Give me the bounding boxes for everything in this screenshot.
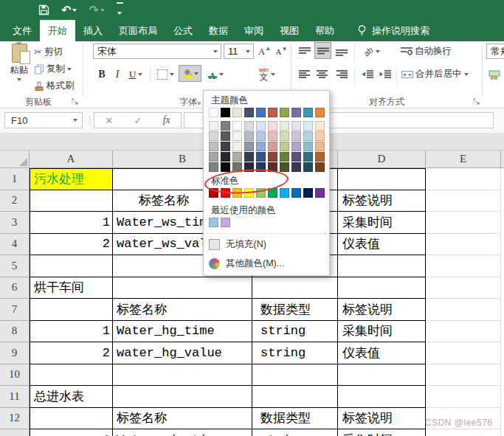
theme-variant-swatch-9-1[interactable] xyxy=(315,131,325,141)
theme-variant-swatch-3-2[interactable] xyxy=(244,142,254,151)
theme-variant-swatch-0-4[interactable] xyxy=(209,162,218,172)
cell-C7[interactable]: 数据类型 xyxy=(252,299,338,321)
clipboard-dialog-launcher[interactable] xyxy=(72,98,79,105)
copy-dropdown-caret[interactable] xyxy=(67,68,72,71)
theme-variant-swatch-8-0[interactable] xyxy=(303,121,313,131)
cell-C8[interactable]: string xyxy=(252,321,338,343)
merge-center-caret[interactable] xyxy=(464,73,469,76)
align-middle-button[interactable] xyxy=(314,42,331,59)
theme-variant-swatch-8-4[interactable] xyxy=(303,162,313,172)
cell-D5[interactable] xyxy=(338,255,426,277)
theme-color-swatch-8[interactable] xyxy=(303,108,313,117)
standard-color-swatch-7[interactable] xyxy=(291,188,301,198)
orientation-button[interactable]: ab xyxy=(359,43,384,60)
save-button[interactable] xyxy=(38,4,49,15)
font-color-button[interactable]: A xyxy=(204,66,226,83)
theme-variant-swatch-8-2[interactable] xyxy=(303,142,313,151)
row-header-2[interactable]: 2 xyxy=(0,190,30,212)
tab-页面布局[interactable]: 页面布局 xyxy=(111,20,165,41)
align-right-button[interactable] xyxy=(334,66,350,83)
standard-color-swatch-9[interactable] xyxy=(315,188,325,198)
format-painter-button[interactable]: 格式刷 xyxy=(34,80,75,92)
name-box-caret[interactable] xyxy=(73,119,77,122)
theme-color-swatch-0[interactable] xyxy=(209,108,218,117)
theme-color-swatch-2[interactable] xyxy=(232,108,242,117)
align-bottom-button[interactable] xyxy=(334,43,350,60)
borders-button[interactable] xyxy=(154,66,176,83)
cell-B11[interactable] xyxy=(113,386,252,408)
cell-E3[interactable] xyxy=(426,212,501,234)
accounting-format-button[interactable] xyxy=(487,66,503,83)
theme-variant-swatch-5-0[interactable] xyxy=(268,121,277,131)
cell-C10[interactable] xyxy=(252,364,338,387)
theme-variant-swatch-3-1[interactable] xyxy=(244,131,254,141)
bold-button[interactable]: B xyxy=(94,66,109,83)
row-header-1[interactable]: 1 xyxy=(0,168,30,190)
row-header-13[interactable]: 13 xyxy=(0,429,30,436)
theme-color-swatch-7[interactable] xyxy=(291,108,301,117)
cell-B12[interactable]: 标签名称 xyxy=(113,408,252,430)
align-center-button[interactable] xyxy=(314,66,331,83)
fill-color-button[interactable] xyxy=(179,65,201,82)
theme-variant-swatch-2-2[interactable] xyxy=(232,142,242,151)
insert-function-button[interactable]: fx xyxy=(163,114,170,126)
cell-D12[interactable]: 标签说明 xyxy=(338,408,426,430)
underline-button[interactable]: U xyxy=(125,66,146,83)
cell-C12[interactable]: 数据类型 xyxy=(252,408,338,430)
theme-color-swatch-1[interactable] xyxy=(221,108,230,117)
cell-C11[interactable] xyxy=(252,386,338,408)
cell-E9[interactable] xyxy=(426,342,501,364)
cell-A7[interactable] xyxy=(30,299,113,321)
theme-variant-swatch-1-2[interactable] xyxy=(221,142,230,151)
cell-D1[interactable] xyxy=(338,168,426,190)
theme-variant-swatch-8-1[interactable] xyxy=(303,131,313,141)
theme-variant-swatch-0-0[interactable] xyxy=(209,121,218,131)
standard-color-swatch-8[interactable] xyxy=(303,188,313,198)
theme-variant-swatch-9-2[interactable] xyxy=(315,142,325,151)
tab-插入[interactable]: 插入 xyxy=(75,20,111,41)
cell-D7[interactable]: 标签说明 xyxy=(338,299,426,321)
cell-A6[interactable]: 烘干车间 xyxy=(30,277,113,300)
cell-B13[interactable]: Water_zjs_time xyxy=(113,429,252,436)
theme-variant-swatch-1-4[interactable] xyxy=(221,162,230,172)
cell-B8[interactable]: Water_hg_time xyxy=(113,321,252,343)
cell-E13[interactable] xyxy=(426,429,501,436)
cell-A2[interactable] xyxy=(30,190,113,212)
theme-variant-swatch-5-1[interactable] xyxy=(268,131,277,141)
cell-B7[interactable]: 标签名称 xyxy=(113,299,252,321)
theme-variant-swatch-0-2[interactable] xyxy=(209,142,218,151)
increase-indent-button[interactable] xyxy=(377,66,393,83)
row-header-12[interactable]: 12 xyxy=(0,408,30,430)
theme-variant-swatch-7-4[interactable] xyxy=(291,162,301,172)
tab-公式[interactable]: 公式 xyxy=(165,20,201,41)
theme-color-swatch-4[interactable] xyxy=(256,108,266,117)
alignment-dialog-launcher[interactable] xyxy=(473,98,480,105)
undo-button[interactable]: ↶ xyxy=(61,4,77,16)
cell-E11[interactable] xyxy=(426,386,501,408)
cell-B9[interactable]: water_hg_value xyxy=(113,342,252,364)
cell-E10[interactable] xyxy=(426,364,501,387)
theme-variant-swatch-4-3[interactable] xyxy=(256,152,266,162)
undo-dropdown-caret[interactable] xyxy=(72,9,77,12)
row-header-10[interactable]: 10 xyxy=(0,364,30,387)
cancel-button[interactable]: ✕ xyxy=(105,115,113,126)
grow-font-button[interactable]: A▲ xyxy=(257,43,272,60)
row-header-9[interactable]: 9 xyxy=(0,342,30,364)
cell-A10[interactable] xyxy=(30,364,113,387)
cell-E7[interactable] xyxy=(426,299,501,321)
cell-A13[interactable]: 1 xyxy=(30,429,113,436)
theme-color-swatch-3[interactable] xyxy=(244,108,254,117)
theme-color-swatch-9[interactable] xyxy=(315,108,325,117)
cell-E2[interactable] xyxy=(426,190,501,212)
shrink-font-button[interactable]: A▼ xyxy=(274,43,289,60)
cell-D6[interactable] xyxy=(338,277,426,300)
cell-A11[interactable]: 总进水表 xyxy=(30,386,113,408)
tab-帮助[interactable]: 帮助 xyxy=(307,20,342,41)
theme-variant-swatch-1-3[interactable] xyxy=(221,152,230,162)
theme-color-swatch-6[interactable] xyxy=(280,108,289,117)
theme-variant-swatch-0-1[interactable] xyxy=(209,131,218,141)
theme-variant-swatch-1-0[interactable] xyxy=(221,121,230,131)
cell-B10[interactable] xyxy=(113,364,252,387)
paste-dropdown-caret[interactable] xyxy=(17,78,21,81)
cell-A1[interactable]: 污水处理 xyxy=(30,168,113,190)
